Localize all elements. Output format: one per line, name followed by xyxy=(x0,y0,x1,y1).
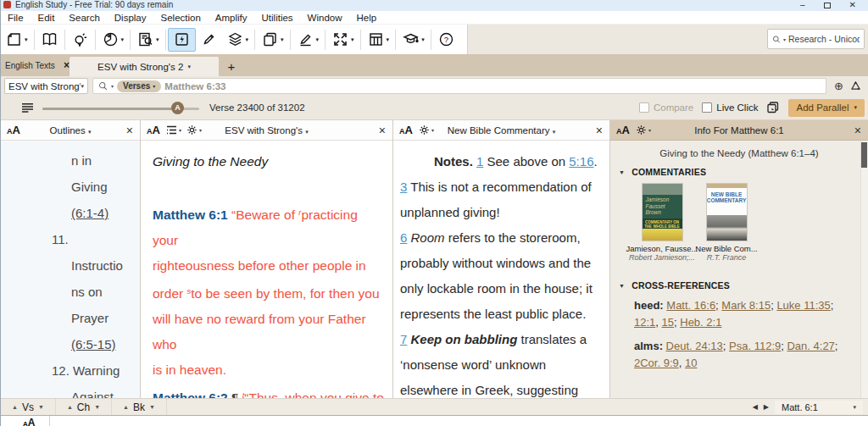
outline-item-link[interactable]: (6:1-4) xyxy=(1,200,140,226)
book-new-bible-commentary[interactable]: NEW BIBLE COMMENTARY New Bible Com... R.… xyxy=(700,184,753,262)
reference-link[interactable]: Dan. 4:27 xyxy=(787,340,834,352)
commentaries-section-header[interactable]: ▼ COMMENTARIES xyxy=(610,167,868,177)
collapse-triangle-icon[interactable]: ▼ xyxy=(619,169,625,175)
menu-utilities[interactable]: Utilities xyxy=(262,13,293,23)
previous-verse-icon[interactable]: ▲ xyxy=(12,404,18,410)
tab-esv-with-strongs-2[interactable]: ESV with Strong's 2 ▾ xyxy=(70,57,219,76)
commentary-paragraph[interactable]: 3 This is not a recommendation ofunplann… xyxy=(400,174,604,225)
add-parallel-button[interactable]: Add Parallel ▾ xyxy=(788,99,865,117)
reference-input-value[interactable]: Matthew 6:33 xyxy=(164,81,225,91)
reference-link[interactable]: Mark 8:15 xyxy=(721,299,771,312)
resource-dropdown-icon[interactable]: ▾ xyxy=(81,83,84,90)
menu-search[interactable]: Search xyxy=(69,13,99,23)
menu-file[interactable]: File xyxy=(8,13,24,23)
previous-chapter-icon[interactable]: ▲ xyxy=(67,404,73,410)
menu-edit[interactable]: Edit xyxy=(38,13,55,23)
minimize-button[interactable]: – xyxy=(800,0,805,10)
search-type-dropdown-icon[interactable]: ▾ xyxy=(111,83,114,89)
history-back-icon[interactable]: ◀ xyxy=(753,403,758,411)
reference-link[interactable]: Heb. 2:1 xyxy=(680,316,721,329)
power-lookup-icon[interactable] xyxy=(168,28,196,52)
reference-link[interactable]: 12:1 xyxy=(634,316,655,329)
copy-panels-icon[interactable]: ▾ xyxy=(257,28,288,52)
reference-link[interactable]: 5:16 xyxy=(569,154,593,169)
menu-window[interactable]: Window xyxy=(308,13,342,23)
new-tab-button[interactable]: + xyxy=(219,57,244,76)
resource-selector[interactable]: ESV with Strong's ▾ xyxy=(4,78,88,94)
verse-matthew-6-1[interactable]: Matthew 6:1 “Beware of rpracticing yourr… xyxy=(153,200,386,383)
reference-link[interactable]: Deut. 24:13 xyxy=(666,340,723,352)
book-cover[interactable]: NEW BIBLE COMMENTARY xyxy=(707,184,747,241)
outline-item-link[interactable]: (6:5-15) xyxy=(1,331,140,357)
expand-icon[interactable]: ▾ xyxy=(327,28,359,52)
factbook-icon[interactable]: ▾ xyxy=(97,28,129,52)
commentary-panel-title[interactable]: New Bible Commentary ▾ xyxy=(419,125,584,136)
verse-matthew-6-2[interactable]: Matthew 6:2 ¶ t“Thus, when you give toth… xyxy=(153,383,386,398)
live-click-checkbox[interactable]: Live Click xyxy=(702,102,758,113)
collapse-triangle-icon[interactable]: ▼ xyxy=(619,283,625,289)
slider-knob[interactable]: A xyxy=(171,102,184,114)
current-reference-dropdown[interactable]: Matt. 6:1 ▾ xyxy=(775,401,863,414)
library-icon[interactable] xyxy=(36,28,63,52)
reference-link[interactable]: 2Cor. 9:9 xyxy=(634,357,679,369)
new-document-icon[interactable]: ▾ xyxy=(1,28,32,52)
verses-scope-chip[interactable]: Verses ▾ xyxy=(117,80,161,92)
courses-icon[interactable]: ▾ xyxy=(398,28,429,52)
cycle-icon[interactable] xyxy=(850,80,861,91)
highlight-icon[interactable]: ▾ xyxy=(292,28,324,52)
menu-selection[interactable]: Selection xyxy=(161,13,201,23)
compare-checkbox-box[interactable] xyxy=(639,102,649,113)
close-panel-icon[interactable]: × xyxy=(596,124,603,136)
help-icon[interactable]: ? xyxy=(433,28,459,52)
search-document-icon[interactable]: ▾ xyxy=(132,28,164,52)
close-panel-icon[interactable]: × xyxy=(379,124,386,136)
pencil-icon[interactable] xyxy=(196,28,222,52)
book-cover[interactable]: Jamieson Fausset Brown COMMENTARY ON THE… xyxy=(643,184,682,241)
previous-book-icon[interactable]: ▲ xyxy=(123,404,129,410)
scrollbar-thumb[interactable] xyxy=(861,142,867,168)
font-size-icon[interactable]: AA xyxy=(23,417,35,426)
scrollbar[interactable] xyxy=(860,141,868,398)
compare-checkbox[interactable]: Compare xyxy=(639,102,693,113)
esv-panel-title[interactable]: ESV with Strong's ▾ xyxy=(166,125,367,136)
reference-link[interactable]: Matt. 16:6 xyxy=(666,299,715,312)
book-jamieson-fausset[interactable]: Jamieson Fausset Brown COMMENTARY ON THE… xyxy=(636,184,688,262)
menu-amplify[interactable]: Amplify xyxy=(215,13,248,23)
next-chapter-icon[interactable]: ▼ xyxy=(94,404,100,410)
menu-display[interactable]: Display xyxy=(114,13,147,23)
tab-dropdown-icon[interactable]: ▾ xyxy=(187,64,191,70)
reference-search-box[interactable]: ▾ Verses ▾ Matthew 6:33 xyxy=(92,78,826,94)
add-parallel-dropdown-icon[interactable]: ▾ xyxy=(854,104,857,111)
menu-help[interactable]: Help xyxy=(357,13,377,23)
close-panel-icon[interactable]: × xyxy=(126,124,133,136)
crossrefs-section-header[interactable]: ▼ CROSS-REFERENCES xyxy=(610,280,868,290)
live-click-checkbox-box[interactable] xyxy=(702,102,712,113)
reference-link[interactable]: 15 xyxy=(662,316,674,329)
reference-dropdown-icon[interactable]: ▾ xyxy=(853,404,856,411)
close-button[interactable]: ✕ xyxy=(849,0,856,10)
maximize-button[interactable] xyxy=(824,3,831,8)
verse-position-slider[interactable]: A xyxy=(42,102,199,114)
commentary-paragraph[interactable]: 6 Room refers to the storeroom,probably … xyxy=(400,225,604,327)
font-size-icon[interactable]: AA xyxy=(616,124,630,136)
crossref-heed[interactable]: heed: Matt. 16:6; Mark 8:15; Luke 11:35;… xyxy=(610,297,868,331)
reference-link[interactable]: Luke 11:35 xyxy=(776,299,830,312)
close-panel-icon[interactable]: × xyxy=(854,124,861,136)
contents-list-icon[interactable] xyxy=(21,102,34,113)
parallel-panels-icon[interactable] xyxy=(766,101,780,114)
commentary-paragraph[interactable]: 7 Keep on babbling translates a‘nonsense… xyxy=(400,327,604,398)
commentary-notes-paragraph[interactable]: Notes. 1 See above on 5:16. xyxy=(400,149,604,174)
next-book-icon[interactable]: ▼ xyxy=(149,404,155,410)
font-size-icon[interactable]: AA xyxy=(399,124,413,136)
search-scope-dropdown-icon[interactable]: ▾ xyxy=(783,36,786,42)
reference-link[interactable]: Psa. 112:9 xyxy=(729,340,781,352)
history-forward-icon[interactable]: ▶ xyxy=(764,403,769,411)
close-group-icon[interactable]: × xyxy=(64,61,70,69)
next-verse-icon[interactable]: ▼ xyxy=(38,404,44,410)
research-search-box[interactable]: ▾ Research - Unicode xyxy=(767,29,865,49)
layers-icon[interactable]: ▾ xyxy=(222,28,253,52)
crossref-alms[interactable]: alms: Deut. 24:13; Psa. 112:9; Dan. 4:27… xyxy=(610,338,868,372)
font-size-icon[interactable]: AA xyxy=(7,124,20,136)
zoom-add-icon[interactable]: ⊕ xyxy=(834,80,843,92)
font-size-icon[interactable]: AA xyxy=(147,124,160,136)
